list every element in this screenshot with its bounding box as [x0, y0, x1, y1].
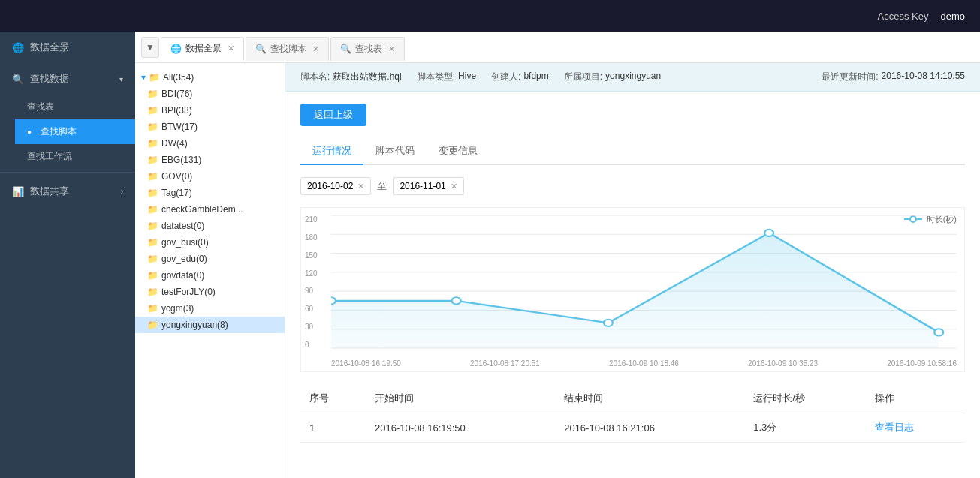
- tree-item-gov[interactable]: 📁 GOV(0): [135, 168, 285, 185]
- info-creator-label: 创建人:: [491, 71, 520, 83]
- folder-icon: 📁: [147, 303, 158, 314]
- info-update-time-label: 最近更新时间:: [822, 71, 878, 83]
- folder-icon: 📁: [147, 188, 158, 198]
- folder-icon: 📁: [147, 204, 158, 215]
- sidebar-sub-query: 查找表 ● 查找脚本 查找工作流: [0, 95, 135, 169]
- user-label: demo: [940, 11, 965, 22]
- tab-globe-icon: 🌐: [170, 44, 181, 54]
- date-start-input[interactable]: 2016-10-02 ✕: [300, 177, 371, 195]
- svg-point-11: [331, 297, 336, 304]
- tree-root[interactable]: ▾ 📁 All(354): [135, 69, 285, 86]
- sidebar-item-find-table[interactable]: 查找表: [15, 95, 135, 119]
- tree-item-yongxingyuan[interactable]: 📁 yongxingyuan(8): [135, 317, 285, 333]
- cell-action[interactable]: 查看日志: [866, 413, 965, 443]
- info-script-name: 脚本名: 获取出站数据.hql: [300, 71, 402, 83]
- info-script-name-value: 获取出站数据.hql: [333, 71, 401, 83]
- tab-nav-button[interactable]: ▼: [141, 37, 159, 58]
- date-end-clear[interactable]: ✕: [451, 182, 457, 191]
- tree-root-label: All(354): [163, 72, 194, 83]
- svg-marker-10: [331, 233, 939, 348]
- folder-icon: 📁: [147, 287, 158, 297]
- date-separator: 至: [377, 179, 387, 193]
- tab-find-script-close[interactable]: ✕: [312, 44, 319, 54]
- tree-item-ebg[interactable]: 📁 EBG(131): [135, 152, 285, 168]
- tree-item-tag[interactable]: 📁 Tag(17): [135, 185, 285, 201]
- sub-tabs: 运行情况 脚本代码 变更信息: [300, 138, 965, 165]
- sub-tab-run-status[interactable]: 运行情况: [300, 138, 363, 165]
- collapse-icon: ▾: [141, 72, 146, 83]
- cell-index: 1: [300, 413, 366, 443]
- date-start-value: 2016-10-02: [307, 181, 353, 191]
- info-project-value: yongxingyuan: [605, 71, 661, 83]
- sidebar-label-data-all: 数据全景: [30, 41, 123, 54]
- col-index: 序号: [300, 384, 366, 413]
- date-start-clear[interactable]: ✕: [357, 182, 364, 191]
- bullet-icon: ●: [27, 128, 32, 136]
- chart-svg: [331, 215, 957, 349]
- tree-item-gov_edu[interactable]: 📁 gov_edu(0): [135, 251, 285, 267]
- tab-find-table[interactable]: 🔍 查找表 ✕: [330, 37, 405, 61]
- detail-content: 返回上级 运行情况 脚本代码 变更信息 2016-10-02 ✕ 至: [285, 92, 980, 478]
- tree-item-gov_busi[interactable]: 📁 gov_busi(0): [135, 234, 285, 251]
- file-tree-panel: ▾ 📁 All(354) 📁 BDI(76)📁 BPI(33)📁 BTW(17)…: [135, 63, 285, 478]
- sub-tab-change-info[interactable]: 变更信息: [427, 138, 490, 165]
- tree-item-bpi[interactable]: 📁 BPI(33): [135, 102, 285, 119]
- info-creator-value: bfdpm: [523, 71, 548, 83]
- chevron-right-icon: ›: [121, 188, 123, 196]
- chart-y-axis: 210 180 150 120 90 60 30 0: [305, 215, 318, 349]
- info-project-label: 所属项目:: [564, 71, 602, 83]
- sidebar-item-data-all[interactable]: 🌐 数据全景: [0, 32, 135, 63]
- sidebar: 🌐 数据全景 🔍 查找数据 ▾ 查找表 ● 查找脚本 查找工作流 📊 数据共享 …: [0, 32, 135, 478]
- sidebar-item-query-data[interactable]: 🔍 查找数据 ▾: [0, 63, 135, 95]
- view-log-link[interactable]: 查看日志: [875, 422, 914, 433]
- tree-items: 📁 BDI(76)📁 BPI(33)📁 BTW(17)📁 DW(4)📁 EBG(…: [135, 86, 285, 333]
- info-project: 所属项目: yongxingyuan: [564, 71, 661, 83]
- data-table: 序号 开始时间 结束时间 运行时长/秒 操作 1 2016-10-08 16:1…: [300, 384, 965, 443]
- table-row: 1 2016-10-08 16:19:50 2016-10-08 16:21:0…: [300, 413, 965, 443]
- tab-find-script-label: 查找脚本: [270, 43, 306, 56]
- back-button[interactable]: 返回上级: [300, 104, 366, 126]
- info-creator: 创建人: bfdpm: [491, 71, 549, 83]
- folder-icon: 📁: [147, 122, 158, 132]
- date-end-input[interactable]: 2016-11-01 ✕: [393, 177, 463, 195]
- content-area: ▼ 🌐 数据全景 ✕ 🔍 查找脚本 ✕ 🔍 查找表 ✕ ▾: [135, 32, 980, 478]
- tree-item-govdata[interactable]: 📁 govdata(0): [135, 267, 285, 284]
- sidebar-item-find-workflow[interactable]: 查找工作流: [15, 144, 135, 169]
- sidebar-item-data-share[interactable]: 📊 数据共享 ›: [0, 176, 135, 207]
- tree-item-bdi[interactable]: 📁 BDI(76): [135, 86, 285, 102]
- folder-icon: 📁: [147, 89, 158, 99]
- tree-item-checkGamble[interactable]: 📁 checkGambleDem...: [135, 201, 285, 218]
- tree-item-dw[interactable]: 📁 DW(4): [135, 135, 285, 152]
- info-script-type-label: 脚本类型:: [417, 71, 455, 83]
- tab-find-table-label: 查找表: [355, 43, 382, 56]
- info-update-time: 最近更新时间: 2016-10-08 14:10:55: [822, 71, 965, 83]
- date-range: 2016-10-02 ✕ 至 2016-11-01 ✕: [300, 177, 965, 195]
- folder-icon: 📁: [147, 237, 158, 248]
- col-duration: 运行时长/秒: [744, 384, 865, 413]
- tree-item-ycgm[interactable]: 📁 ycgm(3): [135, 300, 285, 317]
- sidebar-item-find-script[interactable]: ● 查找脚本: [15, 119, 135, 144]
- svg-point-14: [764, 230, 773, 236]
- access-key-label[interactable]: Access Key: [878, 11, 929, 22]
- folder-icon: 📁: [147, 270, 158, 281]
- tab-find-script[interactable]: 🔍 查找脚本 ✕: [246, 37, 329, 61]
- tab-find-table-close[interactable]: ✕: [388, 44, 395, 54]
- tab-data-all-close[interactable]: ✕: [228, 44, 234, 53]
- chart-x-axis: 2016-10-08 16:19:50 2016-10-08 17:20:51 …: [331, 359, 957, 368]
- folder-icon: 📁: [147, 155, 158, 165]
- tree-item-btw[interactable]: 📁 BTW(17): [135, 119, 285, 135]
- tree-item-testForJLY[interactable]: 📁 testForJLY(0): [135, 284, 285, 300]
- sub-tab-script-code[interactable]: 脚本代码: [363, 138, 427, 165]
- sidebar-label-find-script: 查找脚本: [41, 125, 123, 138]
- main-layout: 🌐 数据全景 🔍 查找数据 ▾ 查找表 ● 查找脚本 查找工作流 📊 数据共享 …: [0, 32, 980, 478]
- sidebar-label-find-table: 查找表: [27, 101, 123, 113]
- folder-icon: 📁: [147, 254, 158, 264]
- tab-data-all[interactable]: 🌐 数据全景 ✕: [161, 37, 244, 61]
- chart-icon: 📊: [12, 185, 24, 197]
- info-script-type-value: Hive: [458, 71, 476, 83]
- svg-point-13: [604, 320, 613, 326]
- info-script-name-label: 脚本名:: [300, 71, 330, 83]
- tab-search-icon-1: 🔍: [255, 44, 266, 54]
- table-header-row: 序号 开始时间 结束时间 运行时长/秒 操作: [300, 384, 965, 413]
- tree-item-datatest[interactable]: 📁 datatest(0): [135, 218, 285, 234]
